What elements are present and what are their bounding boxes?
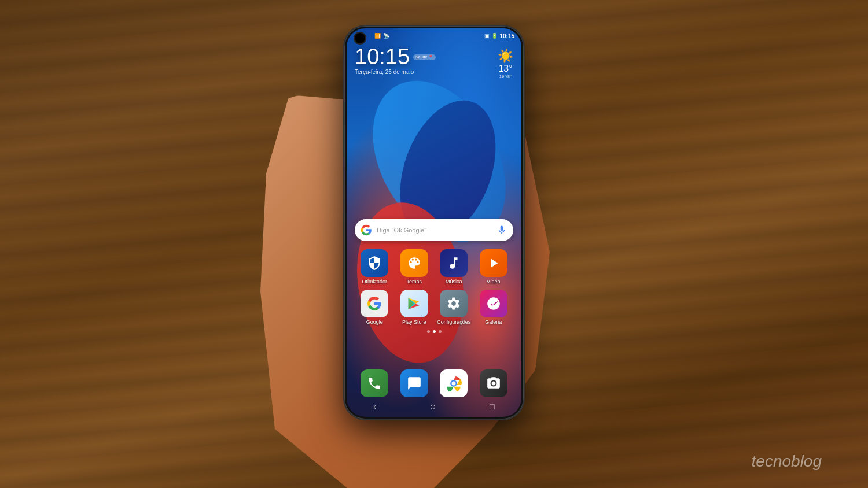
search-bar[interactable]: Diga "Ok Google" (355, 219, 513, 241)
app-row-1: Otimizador Temas (355, 249, 513, 285)
nav-bar: ‹ ○ □ (347, 400, 521, 413)
config-icon (440, 290, 468, 317)
phone-icon (361, 369, 388, 397)
messages-icon (400, 369, 428, 397)
phone-screen: 📶 📡 ▣ 🔋 10:15 10:15 Saúde 📍 (347, 28, 521, 417)
dock-camera[interactable] (480, 369, 507, 397)
dot-3 (439, 330, 442, 333)
dock-messages[interactable] (400, 369, 428, 397)
weather-widget: ☀️ 13° 19°/8° (498, 49, 513, 79)
dock-phone[interactable] (361, 369, 388, 397)
video-icon (480, 249, 507, 277)
config-label: Configurações (437, 319, 470, 326)
dock-chrome[interactable] (440, 369, 468, 397)
app-playstore[interactable]: Play Store (397, 290, 432, 326)
clock-widget: 10:15 Saúde 📍 Terça-feira, 26 de maio (355, 46, 436, 75)
galeria-icon (480, 290, 507, 317)
video-label: Vídeo (487, 279, 501, 285)
mic-icon[interactable] (496, 224, 507, 236)
scene: 📶 📡 ▣ 🔋 10:15 10:15 Saúde 📍 (0, 0, 868, 488)
phone-device: 📶 📡 ▣ 🔋 10:15 10:15 Saúde 📍 (344, 26, 524, 419)
sim-icon: ▣ (484, 33, 490, 39)
weather-range: 19°/8° (498, 74, 513, 79)
page-dots (355, 330, 513, 333)
weather-icon: ☀️ (498, 49, 513, 64)
saude-badge: Saúde 📍 (413, 54, 436, 60)
location-icon: 📍 (428, 55, 433, 60)
app-otimizador[interactable]: Otimizador (357, 249, 392, 285)
app-google[interactable]: Google (357, 290, 392, 326)
saude-label: Saúde (415, 55, 427, 59)
musica-label: Música (446, 279, 462, 285)
app-configuracoes[interactable]: Configurações (436, 290, 471, 326)
playstore-icon (400, 290, 428, 317)
back-button[interactable]: ‹ (369, 400, 381, 413)
google-icon (361, 290, 388, 317)
app-galeria[interactable]: Galeria (476, 290, 511, 326)
clock-date: Terça-feira, 26 de maio (355, 69, 436, 75)
svg-point-4 (452, 382, 456, 386)
app-musica[interactable]: Música (436, 249, 471, 285)
weather-temperature: 13° (498, 64, 513, 74)
wifi-icon: 📶 (374, 33, 381, 39)
search-placeholder: Diga "Ok Google" (377, 227, 491, 234)
watermark: tecnoblog (752, 452, 822, 471)
status-bar: 📶 📡 ▣ 🔋 10:15 (347, 28, 521, 43)
google-app-label: Google (366, 319, 383, 326)
status-right: ▣ 🔋 10:15 (484, 33, 514, 39)
app-temas[interactable]: Temas (397, 249, 432, 285)
app-video[interactable]: Vídeo (476, 249, 511, 285)
otimizador-icon (361, 249, 388, 277)
recents-button[interactable]: □ (485, 400, 499, 413)
dot-1 (427, 330, 430, 333)
temas-label: Temas (406, 279, 422, 285)
app-grid: Otimizador Temas (355, 249, 513, 338)
camera-icon (480, 369, 507, 397)
home-button[interactable]: ○ (425, 398, 441, 415)
status-time: 10:15 (499, 33, 514, 39)
battery-icon: 🔋 (491, 33, 498, 39)
temas-icon (400, 249, 428, 277)
clock-time: 10:15 (355, 46, 410, 68)
dot-2 (433, 330, 436, 333)
otimizador-label: Otimizador (362, 279, 387, 285)
chrome-icon (440, 369, 468, 397)
camera-hole (355, 33, 365, 43)
status-left: 📶 📡 (374, 33, 389, 39)
dock (355, 366, 513, 401)
signal-icon: 📡 (383, 33, 389, 39)
app-row-2: Google (355, 290, 513, 326)
galeria-label: Galeria (485, 319, 502, 326)
musica-icon (440, 249, 468, 277)
google-logo (361, 224, 372, 236)
playstore-label: Play Store (402, 319, 426, 326)
